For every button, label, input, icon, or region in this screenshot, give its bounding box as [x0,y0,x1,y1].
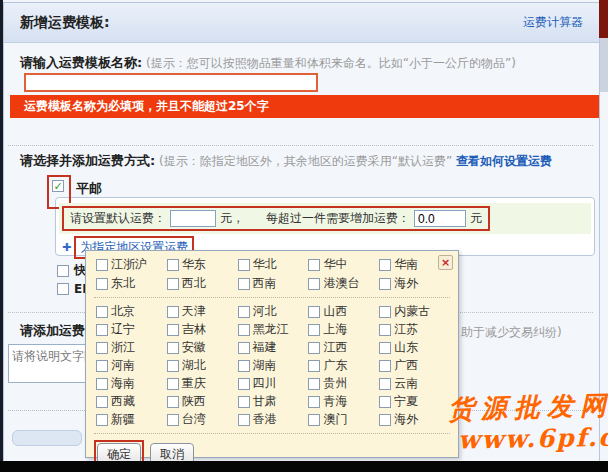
checkbox[interactable] [238,259,250,271]
checkbox[interactable] [96,378,108,390]
province-item[interactable]: 广西 [379,358,450,373]
province-item[interactable]: 广东 [308,358,379,373]
checkbox[interactable] [308,378,320,390]
region-item[interactable]: 华北 [238,257,309,272]
checkbox[interactable] [308,324,320,336]
checkbox[interactable] [167,360,179,372]
checkbox[interactable] [167,378,179,390]
province-item[interactable]: 黑龙江 [238,322,309,337]
province-item[interactable]: 台湾 [167,412,238,427]
checkbox[interactable] [96,324,108,336]
checkbox[interactable] [238,306,250,318]
checkbox[interactable] [167,306,179,318]
checkbox[interactable] [379,324,391,336]
checkbox[interactable] [238,278,250,290]
checkbox[interactable] [308,396,320,408]
checkbox[interactable] [308,342,320,354]
province-item[interactable]: 江苏 [379,322,450,337]
checkbox[interactable] [308,414,320,426]
checkbox[interactable] [379,306,391,318]
province-item[interactable]: 甘肃 [238,394,309,409]
province-item[interactable]: 重庆 [167,376,238,391]
province-item[interactable]: 贵州 [308,376,379,391]
checkbox[interactable] [379,259,391,271]
province-item[interactable]: 内蒙古 [379,304,450,319]
checkbox[interactable] [167,278,179,290]
checkbox[interactable] [308,278,320,290]
province-item[interactable]: 西藏 [96,394,167,409]
province-item[interactable]: 安徽 [167,340,238,355]
province-item[interactable]: 青海 [308,394,379,409]
province-item[interactable]: 陕西 [167,394,238,409]
province-item[interactable]: 四川 [238,376,309,391]
province-item[interactable]: 香港 [238,412,309,427]
province-item[interactable]: 湖北 [167,358,238,373]
checkbox[interactable] [238,378,250,390]
checkbox-label: 浙江 [111,339,135,356]
checkbox[interactable] [96,306,108,318]
template-name-input[interactable] [24,73,318,92]
province-item[interactable]: 河南 [96,358,167,373]
checkbox[interactable] [379,378,391,390]
region-item[interactable]: 华中 [308,257,379,272]
pingyou-checkbox[interactable]: ✓ [52,180,64,192]
checkbox[interactable] [238,396,250,408]
checkbox[interactable] [96,414,108,426]
checkbox[interactable] [238,414,250,426]
province-item[interactable]: 辽宁 [96,322,167,337]
checkbox[interactable] [96,342,108,354]
province-item[interactable]: 宁夏 [379,394,450,409]
region-item[interactable]: 港澳台 [308,276,379,291]
province-item[interactable]: 山西 [308,304,379,319]
province-item[interactable]: 澳门 [308,412,379,427]
province-item[interactable]: 海南 [96,376,167,391]
freight-calculator-link[interactable]: 运费计算器 [523,14,583,31]
region-item[interactable]: 江浙沪 [96,257,167,272]
checkbox[interactable] [167,396,179,408]
checkbox[interactable] [238,324,250,336]
province-item[interactable]: 河北 [238,304,309,319]
checkbox[interactable] [96,396,108,408]
checkbox[interactable] [96,278,108,290]
province-item[interactable]: 新疆 [96,412,167,427]
province-item[interactable]: 云南 [379,376,450,391]
default-fee-input[interactable] [170,210,216,227]
checkbox[interactable] [308,306,320,318]
province-item[interactable]: 山东 [379,340,450,355]
province-item[interactable]: 湖南 [238,358,309,373]
checkbox[interactable] [308,360,320,372]
checkbox[interactable] [96,360,108,372]
province-item[interactable]: 江西 [308,340,379,355]
region-item[interactable]: 华东 [167,257,238,272]
region-item[interactable]: 西南 [238,276,309,291]
province-item[interactable]: 浙江 [96,340,167,355]
checkbox[interactable] [167,342,179,354]
dotted-divider [8,145,593,146]
checkbox[interactable] [167,259,179,271]
checkbox[interactable] [379,342,391,354]
province-item[interactable]: 天津 [167,304,238,319]
checkbox[interactable] [167,414,179,426]
region-item[interactable]: 东北 [96,276,167,291]
help-link[interactable]: 查看如何设置运费 [456,154,552,168]
checkbox[interactable] [238,342,250,354]
checkbox[interactable] [308,259,320,271]
province-item[interactable]: 福建 [238,340,309,355]
checkbox[interactable] [96,259,108,271]
checkbox[interactable] [379,360,391,372]
province-item[interactable]: 北京 [96,304,167,319]
checkbox[interactable] [167,324,179,336]
checkbox[interactable] [379,414,391,426]
province-item[interactable]: 吉林 [167,322,238,337]
ems-checkbox[interactable] [57,283,69,295]
region-item[interactable]: 海外 [379,276,450,291]
region-item[interactable]: 西北 [167,276,238,291]
checkbox[interactable] [238,360,250,372]
checkbox[interactable] [379,278,391,290]
close-icon[interactable]: × [438,255,453,270]
extra-fee-input[interactable] [414,210,466,227]
kuaidi-checkbox[interactable] [57,265,69,277]
province-item[interactable]: 上海 [308,322,379,337]
checkbox[interactable] [379,396,391,408]
province-item[interactable]: 海外 [379,412,450,427]
